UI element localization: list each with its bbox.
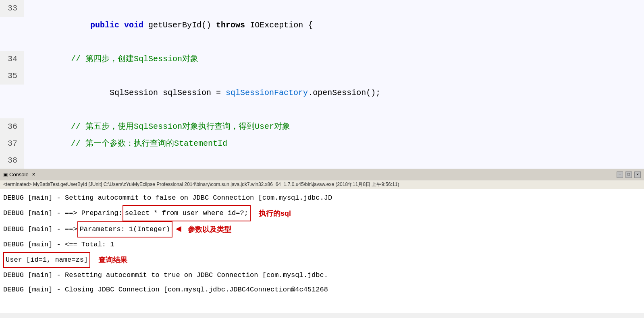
code-line-38: 38 User user = sqlSession.selectOne("fin… (0, 152, 644, 169)
console-line-6: DEBUG [main] - Resetting autocommit to t… (3, 268, 641, 283)
line-number-33: 33 (0, 0, 24, 17)
code-line-33: 33 public void getUserById() throws IOEx… (0, 0, 644, 51)
line-number-34: 34 (0, 51, 24, 68)
console-text-1: DEBUG [main] - Setting autocommit to fal… (3, 191, 332, 205)
console-tab[interactable]: ▣ Console ✕ (3, 171, 35, 178)
console-text-3a: DEBUG [main] - ==> (3, 222, 77, 237)
line-content-37: // 第一个参数：执行查询的StatementId (24, 135, 644, 152)
console-preparing-box: select * from user where id=?; (123, 205, 251, 221)
console-text-7: DEBUG [main] - Closing JDBC Connection [… (3, 283, 328, 297)
line-content-33: public void getUserById() throws IOExcep… (24, 0, 644, 51)
line-number-35: 35 (0, 68, 24, 85)
console-header: ▣ Console ✕ ─ □ ✕ (0, 169, 644, 180)
console-result-box: User [id=1, name=zs] (3, 252, 90, 268)
console-tab-close[interactable]: ✕ (32, 172, 35, 177)
console-maximize-icon[interactable]: □ (625, 171, 632, 178)
code-line-35: 35 SqlSession sqlSession = sqlSessionFac… (0, 68, 644, 118)
code-editor: 33 public void getUserById() throws IOEx… (0, 0, 644, 169)
code-lines: 33 public void getUserById() throws IOEx… (0, 0, 644, 169)
console-parameters-box: Parameters: 1(Integer) (77, 221, 172, 237)
line-content-36: // 第五步，使用SqlSession对象执行查询，得到User对象 (24, 118, 644, 135)
line-number-38: 38 (0, 152, 24, 169)
console-toolbar-icons: ─ □ ✕ (617, 171, 641, 178)
console-text-6: DEBUG [main] - Resetting autocommit to t… (3, 268, 328, 283)
console-line-7: DEBUG [main] - Closing JDBC Connection [… (3, 283, 641, 297)
code-line-34: 34 // 第四步，创建SqlSession对象 (0, 51, 644, 68)
console-annotation-result: 查询结果 (98, 253, 127, 267)
console-output: DEBUG [main] - Setting autocommit to fal… (0, 189, 644, 313)
console-annotation-sql: 执行的sql (259, 206, 291, 221)
console-minimize-icon[interactable]: ─ (617, 171, 623, 178)
console-line-4: DEBUG [main] - <== Total: 1 (3, 237, 641, 252)
console-line-2: DEBUG [main] - ==> Preparing: select * f… (3, 205, 641, 221)
console-icon: ▣ (3, 172, 8, 178)
code-line-37: 37 // 第一个参数：执行查询的StatementId (0, 135, 644, 152)
line-number-37: 37 (0, 135, 24, 152)
console-arrow-icon: ◄ (176, 222, 181, 237)
console-text-2a: DEBUG [main] - ==> Preparing: (3, 206, 123, 221)
console-line-5: User [id=1, name=zs] 查询结果 (3, 252, 641, 268)
console-close-icon[interactable]: ✕ (634, 171, 641, 178)
line-content-38: User user = sqlSession.selectOne("findUs… (24, 152, 644, 169)
line-content-34: // 第四步，创建SqlSession对象 (24, 51, 644, 68)
console-text-4: DEBUG [main] - <== Total: 1 (3, 237, 114, 252)
console-annotation-params: 参数以及类型 (188, 222, 231, 237)
line-content-35: SqlSession sqlSession = sqlSessionFactor… (24, 68, 644, 118)
console-path: <terminated> MyBatisTest.getUserById [JU… (0, 180, 644, 189)
console-line-3: DEBUG [main] - ==> Parameters: 1(Integer… (3, 221, 641, 237)
console-panel: ▣ Console ✕ ─ □ ✕ <terminated> MyBatisTe… (0, 169, 644, 313)
line-number-36: 36 (0, 118, 24, 135)
console-tab-label[interactable]: Console (9, 171, 29, 178)
console-line-1: DEBUG [main] - Setting autocommit to fal… (3, 191, 641, 205)
code-line-36: 36 // 第五步，使用SqlSession对象执行查询，得到User对象 (0, 118, 644, 135)
